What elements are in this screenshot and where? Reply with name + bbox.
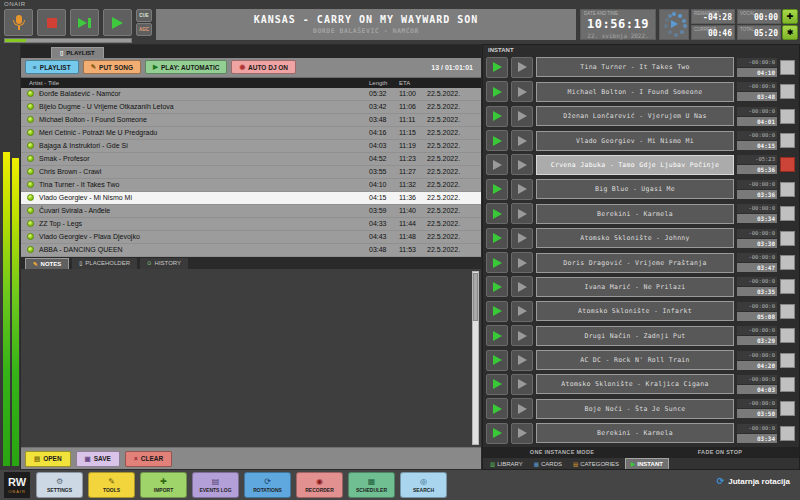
instant-track-title[interactable]: Dženan Lončarević - Vjerujem U Nas [536,106,734,126]
playlist-toolbar-button[interactable]: ≡ PLAYLIST [25,60,79,74]
notes-tab[interactable]: ✎ NOTES [25,258,69,269]
instant-stop-toggle[interactable] [780,60,795,75]
instant-stop-toggle[interactable] [780,206,795,221]
browser-tab[interactable]: ▤ CATEGORIES [568,458,624,469]
instant-cue-button[interactable] [511,228,533,249]
instant-track-title[interactable]: AC DC - Rock N' Roll Train [536,350,734,370]
playlist-toolbar-button[interactable]: ◉ AUTO DJ ON [231,60,296,74]
instant-stop-toggle[interactable] [780,279,795,294]
main-toolbar-button[interactable]: ✎ TOOLS [88,472,135,498]
instant-track-title[interactable]: Berekini - Karmela [536,423,734,443]
file-button[interactable]: ▤ OPEN [25,451,71,467]
agc-button[interactable]: AGC [136,23,152,36]
browser-tab[interactable]: ▦ CARDS [529,458,567,469]
instant-play-button[interactable] [486,276,508,297]
notes-tab[interactable]: ▯ PLACEHOLDER [72,258,137,269]
instant-track-title[interactable]: Tina Turner - It Takes Two [536,57,734,77]
play-button[interactable] [103,9,132,36]
instant-play-button[interactable] [486,203,508,224]
instant-track-title[interactable]: Vlado Georgiev - Mi Nismo Mi [536,131,734,151]
instant-play-button[interactable] [486,57,508,78]
mic-button[interactable] [4,9,33,36]
instant-play-button[interactable] [486,130,508,151]
instant-stop-toggle[interactable] [780,426,795,441]
instant-track-title[interactable]: Atomsko Sklonište - Infarkt [536,301,734,321]
main-toolbar-button[interactable]: ⟳ ROTATIONS [244,472,291,498]
instant-cue-button[interactable] [511,57,533,78]
instant-stop-toggle[interactable] [780,304,795,319]
instant-track-title[interactable]: Boje Noći - Šta Je Sunce [536,399,734,419]
playlist-row[interactable]: Vlado Georgiev - Plava Djevojko 04:43 11… [21,231,481,244]
browser-tab[interactable]: ▥ LIBRARY [485,458,528,469]
instant-play-button[interactable] [486,252,508,273]
instant-cue-button[interactable] [511,350,533,371]
instant-cue-button[interactable] [511,154,533,175]
instant-track-title[interactable]: Crvena Jabuka - Tamo Gdje Ljubav Počinje [536,155,734,175]
instant-stop-toggle[interactable] [780,182,795,197]
notes-tab[interactable]: ⊙ HISTORY [140,258,188,269]
color-options-button[interactable]: ✱ [782,25,798,40]
instant-play-button[interactable] [486,423,508,444]
playlist-row[interactable]: ZZ Top - Legs 04:33 11:44 22.5.2022. [21,218,481,231]
notes-scrollbar-thumb[interactable] [473,273,478,321]
playlist-toolbar-button[interactable]: ▶ PLAY: AUTOMATIC [145,60,227,74]
column-eta[interactable]: ETA [399,80,427,86]
instant-play-button[interactable] [486,374,508,395]
stop-button[interactable] [37,9,66,36]
instant-cue-button[interactable] [511,398,533,419]
instant-play-button[interactable] [486,398,508,419]
instant-play-button[interactable] [486,228,508,249]
playlist-row[interactable]: Michael Bolton - I Found Someone 03:48 1… [21,114,481,127]
file-button[interactable]: × CLEAR [125,451,172,467]
instant-cue-button[interactable] [511,179,533,200]
instant-play-button[interactable] [486,325,508,346]
instant-stop-toggle[interactable] [780,109,795,124]
instant-track-title[interactable]: Atomsko Sklonište - Kraljica Cigana [536,374,734,394]
instant-cue-button[interactable] [511,81,533,102]
instant-track-title[interactable]: Berekini - Karmela [536,204,734,224]
instant-stop-toggle[interactable] [780,377,795,392]
instant-cue-button[interactable] [511,374,533,395]
playlist-row[interactable]: Chris Brown - Crawl 03:55 11:27 22.5.202… [21,166,481,179]
instant-stop-toggle[interactable] [780,84,795,99]
instant-play-button[interactable] [486,350,508,371]
notes-text-area[interactable] [21,269,481,448]
main-toolbar-button[interactable]: ⚙ SETTINGS [36,472,83,498]
instant-cue-button[interactable] [511,203,533,224]
main-toolbar-button[interactable]: ◎ SEARCH [400,472,447,498]
instant-track-title[interactable]: Atomsko Sklonište - Johnny [536,228,734,248]
instant-track-title[interactable]: Michael Bolton - I Found Someone [536,82,734,102]
notes-scrollbar[interactable] [472,271,479,446]
cue-button[interactable]: CUE [136,9,152,22]
instant-stop-toggle[interactable] [780,328,795,343]
playlist-row[interactable]: Vlado Georgiev - Mi Nismo Mi 04:15 11:36… [21,192,481,205]
instant-cue-button[interactable] [511,106,533,127]
instant-cue-button[interactable] [511,325,533,346]
playlist-row[interactable]: Bijelo Dugme - U Vrijeme Otkazanih Letov… [21,101,481,114]
browser-tab[interactable]: ▶ INSTANT [625,458,669,469]
main-toolbar-button[interactable]: ✚ IMPORT [140,472,187,498]
instant-play-button[interactable] [486,179,508,200]
instant-stop-toggle[interactable] [780,133,795,148]
instant-stop-toggle[interactable] [780,353,795,368]
column-length[interactable]: Length [369,80,399,86]
playlist-row[interactable]: Đorđe Balašević - Namćor 05:32 11:00 22.… [21,88,481,101]
instant-track-title[interactable]: Ivana Marić - Ne Prilazi [536,277,734,297]
instant-play-button[interactable] [486,106,508,127]
instant-cue-button[interactable] [511,276,533,297]
instant-play-button[interactable] [486,154,508,175]
file-button[interactable]: ▣ SAVE [76,451,120,467]
column-artist-title[interactable]: Artist - Title [21,80,369,86]
playlist-row[interactable]: Smak - Profesor 04:52 11:23 22.5.2022. [21,153,481,166]
instant-track-title[interactable]: Doris Dragović - Vrijeme Praštanja [536,253,734,273]
main-toolbar-button[interactable]: ▦ SCHEDULER [348,472,395,498]
instant-stop-toggle[interactable] [780,157,795,172]
mic-setup-button[interactable]: ✚ [782,9,798,24]
main-toolbar-button[interactable]: ▤ EVENTS LOG [192,472,239,498]
instant-cue-button[interactable] [511,252,533,273]
instant-cue-button[interactable] [511,130,533,151]
playlist-row[interactable]: Meri Cetinić - Potraži Me U Predgradu 04… [21,127,481,140]
playlist-row[interactable]: Tina Turner - It Takes Two 04:10 11:32 2… [21,179,481,192]
playlist-row[interactable]: Bajaga & Instruktori - Gde Si 04:03 11:1… [21,140,481,153]
tab-playlist[interactable]: ▯ PLAYLIST [51,47,104,58]
